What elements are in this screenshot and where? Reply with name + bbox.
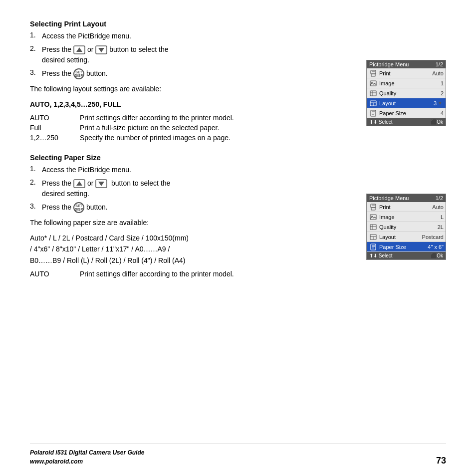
pb1-row-papersize: Paper Size 4 bbox=[367, 108, 446, 118]
pb1-header: Pictbridge Menu 1/2 bbox=[367, 60, 446, 68]
step2-1-text: Access the PictBridge menu. bbox=[42, 165, 131, 175]
step2-2-num: 2. bbox=[30, 178, 39, 186]
pb2-papersize-value: 4" x 6" bbox=[428, 244, 444, 250]
def2-auto-desc: Print settings differ according to the p… bbox=[80, 270, 234, 278]
pb1-row-print: Print Auto bbox=[367, 68, 446, 78]
svg-rect-4 bbox=[371, 70, 376, 74]
pb1-footer: ⬆⬇ Select ⬛Ok bbox=[367, 118, 446, 126]
section2-body1: The following paper size are available: bbox=[30, 217, 356, 228]
def2-auto-term: AUTO bbox=[30, 270, 80, 278]
pb1-papersize-value: 4 bbox=[441, 110, 444, 116]
pb2-row-layout: Layout Postcard bbox=[367, 232, 446, 242]
step1-3-num: 3. bbox=[30, 68, 39, 76]
footer-page-number: 73 bbox=[436, 456, 446, 466]
section2-title: Selecting Paper Size bbox=[30, 154, 356, 162]
papersize-icon bbox=[369, 109, 378, 117]
layout-icon-2 bbox=[369, 233, 378, 241]
down-arrow-icon bbox=[95, 45, 107, 54]
step1-1: 1. Access the PictBridge menu. bbox=[30, 31, 356, 41]
step2-2: 2. Press the or button to select thedesi… bbox=[30, 178, 356, 199]
pb2-row-image: Image L bbox=[367, 212, 446, 222]
papersize-icon-2 bbox=[369, 243, 378, 251]
pb2-footer: ⬆⬇ Select ⬛Ok bbox=[367, 252, 446, 259]
pb1-papersize-label: Paper Size bbox=[379, 110, 441, 116]
step1-2: 2. Press the or button to select thedesi… bbox=[30, 44, 356, 65]
def1-auto-desc: Print settings differ according to the p… bbox=[80, 114, 234, 122]
up-arrow-icon bbox=[73, 45, 85, 54]
image-icon bbox=[369, 79, 378, 87]
pb2-image-label: Image bbox=[379, 214, 441, 220]
step1-3: 3. Press the SETDISP button. bbox=[30, 68, 356, 79]
footer-line2: www.polaroid.com bbox=[30, 457, 144, 466]
section2-body2: Auto* / L / 2L / Postcard / Card Size / … bbox=[30, 233, 356, 266]
print-icon bbox=[369, 69, 378, 77]
pb1-layout-label: Layout bbox=[379, 100, 434, 106]
def1-range: 1,2…250 Specify the number of printed im… bbox=[30, 134, 446, 142]
step1-3-text: Press the SETDISP button. bbox=[42, 68, 108, 79]
section-paper-size: Selecting Paper Size 1. Access the PictB… bbox=[30, 154, 446, 278]
def1-range-term: 1,2…250 bbox=[30, 134, 80, 142]
pb2-layout-label: Layout bbox=[379, 234, 422, 240]
pb2-row-print: Print Auto bbox=[367, 202, 446, 212]
footer-left: Polaroid i531 Digital Camera User Guide … bbox=[30, 448, 144, 466]
pb1-print-value: Auto bbox=[432, 70, 444, 76]
section1-body2: AUTO, 1,2,3,4,5…250, FULL bbox=[30, 99, 356, 110]
section-print-layout: Selecting Print Layout 1. Access the Pic… bbox=[30, 20, 446, 142]
svg-rect-9 bbox=[370, 91, 376, 96]
step2-1: 1. Access the PictBridge menu. bbox=[30, 165, 356, 175]
down-arrow-icon-2 bbox=[95, 179, 107, 188]
pb2-row-quality: Quality 2L bbox=[367, 222, 446, 232]
def1-range-desc: Specify the number of printed images on … bbox=[80, 134, 231, 142]
pb1-image-value: 1 bbox=[441, 80, 444, 86]
pb1-image-label: Image bbox=[379, 80, 441, 86]
svg-rect-24 bbox=[371, 208, 375, 210]
step1-1-num: 1. bbox=[30, 31, 39, 39]
set-disp-btn: SETDISP bbox=[73, 68, 84, 79]
pb2-print-label: Print bbox=[379, 204, 432, 210]
quality-icon-2 bbox=[369, 223, 378, 231]
pb1-scroll: ▼ bbox=[437, 101, 444, 106]
pb2-quality-label: Quality bbox=[379, 224, 438, 230]
section1-title: Selecting Print Layout bbox=[30, 20, 356, 28]
pb2-row-papersize: Paper Size 4" x 6" bbox=[367, 242, 446, 252]
step2-3-text: Press the SETDISP button. bbox=[42, 202, 108, 213]
pb1-print-label: Print bbox=[379, 70, 432, 76]
pb1-footer-ok: ⬛Ok bbox=[431, 119, 443, 125]
pb1-row-quality: Quality 2 bbox=[367, 88, 446, 98]
pb1-row-layout: Layout 3 ▼ bbox=[367, 98, 446, 108]
set-disp-btn-2: SETDISP bbox=[73, 202, 84, 213]
image-icon-2 bbox=[369, 213, 378, 221]
step1-2-num: 2. bbox=[30, 44, 39, 52]
pb1-page: 1/2 bbox=[436, 61, 443, 67]
page-footer: Polaroid i531 Digital Camera User Guide … bbox=[30, 444, 446, 466]
svg-marker-3 bbox=[98, 48, 104, 52]
section1-steps: 1. Access the PictBridge menu. 2. Press … bbox=[30, 31, 356, 79]
svg-rect-26 bbox=[370, 215, 376, 220]
footer-line1: Polaroid i531 Digital Camera User Guide bbox=[30, 448, 144, 457]
svg-marker-20 bbox=[76, 181, 82, 186]
def1-auto-term: AUTO bbox=[30, 114, 80, 122]
page: Selecting Print Layout 1. Access the Pic… bbox=[0, 0, 476, 476]
pb2-print-value: Auto bbox=[432, 204, 444, 210]
pictbridge-menu-1: Pictbridge Menu 1/2 Print Auto Image 1 bbox=[366, 60, 446, 126]
step2-2-text: Press the or button to select thedesired… bbox=[42, 178, 170, 199]
pb1-quality-label: Quality bbox=[379, 90, 441, 96]
svg-rect-23 bbox=[371, 204, 376, 208]
pictbridge-menu-2: Pictbridge Menu 1/2 Print Auto Image L bbox=[366, 194, 446, 260]
svg-rect-28 bbox=[370, 225, 376, 230]
step2-3-num: 3. bbox=[30, 202, 39, 210]
section1-body1: The following layout settings are availa… bbox=[30, 83, 356, 94]
step1-1-text: Access the PictBridge menu. bbox=[42, 31, 131, 41]
svg-marker-1 bbox=[76, 47, 82, 52]
def1-full-term: Full bbox=[30, 124, 80, 132]
pb1-row-image: Image 1 bbox=[367, 78, 446, 88]
up-arrow-icon-2 bbox=[73, 179, 85, 188]
section2-definitions: AUTO Print settings differ according to … bbox=[30, 270, 446, 278]
pb1-quality-value: 2 bbox=[441, 90, 444, 96]
step1-2-text: Press the or button to select thedesired… bbox=[42, 44, 168, 65]
def2-auto: AUTO Print settings differ according to … bbox=[30, 270, 446, 278]
print-icon-2 bbox=[369, 203, 378, 211]
pb1-title: Pictbridge Menu bbox=[369, 61, 409, 67]
pb2-image-value: L bbox=[441, 214, 444, 220]
svg-rect-25 bbox=[372, 205, 375, 205]
